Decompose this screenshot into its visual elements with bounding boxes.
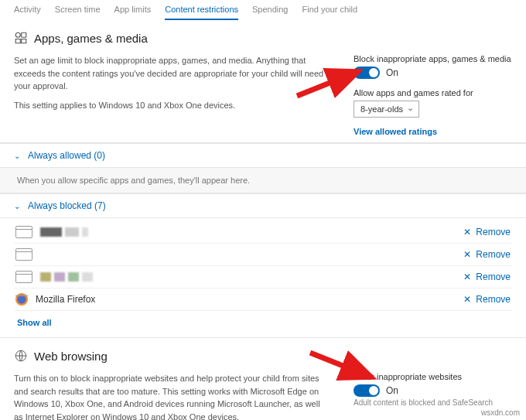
remove-button[interactable]: ✕Remove [463,249,511,260]
blocked-app-name: Mozilla Firefox [36,294,456,305]
globe-icon [14,349,28,363]
close-icon: ✕ [463,294,471,305]
svg-rect-1 [22,32,26,37]
firefox-icon [15,293,28,306]
close-icon: ✕ [463,249,471,260]
block-apps-toggle[interactable] [354,67,380,79]
tabs-bar: Activity Screen time App limits Content … [0,0,526,20]
blocked-item: Mozilla Firefox ✕Remove [14,289,512,311]
watermark: wsxdn.com [481,408,520,417]
close-icon: ✕ [463,227,471,237]
section-web-browsing: Web browsing Turn this on to block inapp… [0,337,526,420]
apps-description: Set an age limit to block inappropriate … [14,54,330,136]
blocked-item: ✕Remove [14,221,512,244]
app-icon [15,271,32,283]
age-rating-select[interactable]: 8-year-olds [354,101,419,118]
always-allowed-hint: When you allow specific apps and games, … [0,168,526,193]
tab-activity[interactable]: Activity [14,5,41,20]
block-web-toggle[interactable] [354,384,380,397]
tab-find-your-child[interactable]: Find your child [302,5,358,20]
chevron-down-icon: ⌄ [14,202,22,210]
tab-screen-time[interactable]: Screen time [55,5,101,20]
block-web-toggle-state: On [386,385,398,396]
chevron-down-icon: ⌄ [14,152,22,160]
remove-button[interactable]: ✕Remove [463,294,511,305]
blocked-app-name [40,272,456,282]
section-apps-games-media: Apps, games & media Set an age limit to … [0,20,526,143]
blocked-item: ✕Remove [14,244,512,266]
web-description: Turn this on to block inappropriate webs… [14,372,330,420]
blocked-list: ✕Remove ✕Remove ✕Remove Mozilla Firefox … [0,218,526,337]
app-icon [15,226,32,238]
always-blocked-label: Always blocked (7) [28,200,106,211]
block-web-label: Block inappropriate websites [354,372,512,381]
apps-desc-2: This setting applies to Windows 10 and X… [14,99,330,112]
blocked-app-name [40,227,456,237]
blocked-item: ✕Remove [14,266,512,289]
tab-spending[interactable]: Spending [252,5,289,20]
always-blocked-row[interactable]: ⌄ Always blocked (7) [0,193,526,218]
always-allowed-label: Always allowed (0) [28,150,105,161]
close-icon: ✕ [463,271,471,282]
view-allowed-ratings-link[interactable]: View allowed ratings [354,127,437,136]
allow-rated-label: Allow apps and games rated for [354,88,512,97]
tab-app-limits[interactable]: App limits [114,5,152,20]
remove-button[interactable]: ✕Remove [463,271,511,282]
apps-icon [14,31,28,45]
section-title-web: Web browsing [34,350,108,363]
remove-button[interactable]: ✕Remove [463,227,511,237]
show-all-link[interactable]: Show all [17,318,52,327]
section-title-apps: Apps, games & media [34,32,148,45]
web-desc-1: Turn this on to block inappropriate webs… [14,372,330,420]
block-apps-label: Block inappropriate apps, games & media [354,54,512,63]
app-icon [15,248,32,261]
svg-point-0 [15,32,20,37]
block-apps-toggle-state: On [386,67,398,78]
apps-desc-1: Set an age limit to block inappropriate … [14,54,330,93]
tab-content-restrictions[interactable]: Content restrictions [165,5,238,20]
always-allowed-row[interactable]: ⌄ Always allowed (0) [0,143,526,168]
block-web-subtext: Adult content is blocked and SafeSearch [354,398,512,407]
